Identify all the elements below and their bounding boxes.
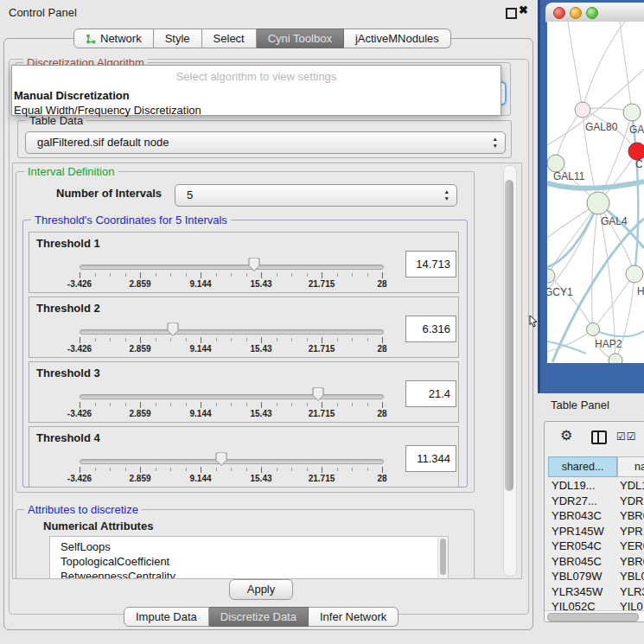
table-row[interactable]: YBL079WYBL0 bbox=[547, 570, 644, 585]
slider-tick bbox=[201, 337, 201, 343]
column-header-name[interactable]: na bbox=[617, 456, 644, 477]
network-node-hap2[interactable] bbox=[587, 323, 600, 336]
threshold-label: Threshold 1 bbox=[36, 237, 100, 250]
slider-tick-label: 15.43 bbox=[237, 409, 285, 418]
network-canvas[interactable]: GAL80GACGAL11GAL4GCY1HHAP2 bbox=[547, 22, 644, 363]
zoom-traffic-light-icon[interactable] bbox=[586, 7, 598, 19]
slider-tick bbox=[231, 403, 232, 406]
close-icon[interactable]: ✖ bbox=[519, 3, 528, 16]
number-of-intervals-combo[interactable]: 5 ▲▼ bbox=[175, 184, 457, 207]
network-node-gal4[interactable] bbox=[587, 192, 609, 214]
table-row[interactable]: YBR043CYBR0 bbox=[547, 509, 644, 525]
close-traffic-light-icon[interactable] bbox=[553, 7, 565, 19]
checkbox-icons[interactable]: ☑☑ bbox=[616, 430, 637, 443]
network-node[interactable] bbox=[609, 354, 622, 363]
slider-tick-label: 28 bbox=[358, 279, 406, 289]
network-graph: GAL80GACGAL11GAL4GCY1HHAP2 bbox=[547, 22, 644, 363]
slider-thumb[interactable] bbox=[167, 322, 179, 337]
slider-tick bbox=[186, 338, 187, 341]
slider-tick-label: 28 bbox=[358, 474, 406, 483]
tab-impute-data[interactable]: Impute Data bbox=[124, 607, 209, 627]
table-hscrollbar-thumb[interactable] bbox=[547, 613, 639, 622]
slider-track[interactable] bbox=[80, 459, 384, 464]
settings-scrollbar[interactable] bbox=[503, 165, 517, 577]
slider-tick bbox=[261, 272, 262, 278]
top-tab-bar: NetworkStyleSelectCyni ToolboxjActiveMNo… bbox=[73, 29, 451, 48]
network-window-titlebar bbox=[545, 3, 644, 22]
tab-label: Infer Network bbox=[320, 608, 386, 626]
tab-discretize-data[interactable]: Discretize Data bbox=[209, 607, 309, 627]
column-header-shared-name[interactable]: shared... bbox=[548, 456, 617, 477]
slider-tick bbox=[156, 338, 156, 341]
table-panel: ⚙ ☑☑ shared... na YDL19...YDL1YDR27...YD… bbox=[544, 421, 644, 622]
slider-tick-label: 21.715 bbox=[297, 409, 346, 418]
slider-thumb[interactable] bbox=[248, 258, 260, 272]
tab-infer-network[interactable]: Infer Network bbox=[309, 607, 399, 627]
table-row[interactable]: YIL052CYIL0 bbox=[547, 600, 644, 610]
slider-tick-label: 15.43 bbox=[237, 474, 285, 483]
attribute-list-item[interactable]: BetweennessCentrality bbox=[50, 569, 448, 579]
table-row[interactable]: YDL19...YDL1 bbox=[547, 479, 644, 494]
attribute-list-item[interactable]: SelfLoops bbox=[50, 539, 448, 554]
apply-button[interactable]: Apply bbox=[229, 579, 293, 600]
slider-tick bbox=[352, 468, 353, 471]
slider-tick bbox=[95, 273, 96, 277]
slider-tick bbox=[170, 273, 171, 277]
attributes-group: Attributes to discretize Numerical Attri… bbox=[16, 509, 475, 579]
table-cell-name: YIL0 bbox=[620, 600, 643, 610]
network-node-gal11[interactable] bbox=[547, 155, 564, 172]
stepper-icon[interactable]: ▲▼ bbox=[444, 188, 450, 202]
slider-tick-label: 2.859 bbox=[116, 409, 164, 418]
table-data-combo[interactable]: galFiltered.sif default node ▲▼ bbox=[25, 131, 506, 154]
tab-jactivemnodules[interactable]: jActiveMNodules bbox=[344, 29, 451, 48]
float-window-icon[interactable] bbox=[506, 8, 517, 19]
threshold-value-field[interactable]: 21.4 bbox=[405, 380, 456, 407]
algorithm-option-manual-discretization[interactable]: Manual Discretization bbox=[12, 89, 501, 102]
stepper-icon[interactable]: ▲▼ bbox=[493, 136, 498, 150]
slider-thumb[interactable] bbox=[312, 387, 324, 402]
network-node-gal80[interactable] bbox=[575, 102, 590, 118]
table-row[interactable]: YBR045CYBR0 bbox=[547, 555, 644, 571]
slider-tick-label: -3.426 bbox=[55, 474, 104, 483]
tab-cyni-toolbox[interactable]: Cyni Toolbox bbox=[257, 29, 344, 48]
network-node-ga[interactable] bbox=[623, 104, 641, 121]
network-node-c[interactable] bbox=[628, 143, 644, 160]
table-row[interactable]: YER054CYER0 bbox=[547, 539, 644, 555]
attribute-list-item[interactable]: TopologicalCoefficient bbox=[50, 554, 448, 569]
algorithm-placeholder: Select algorithm to view settings bbox=[12, 66, 501, 83]
numerical-attributes-list[interactable]: SelfLoopsTopologicalCoefficientBetweenne… bbox=[49, 536, 449, 579]
threshold-value-field[interactable]: 11.344 bbox=[405, 445, 456, 472]
slider-tick-label: 21.715 bbox=[297, 344, 346, 354]
table-row[interactable]: YLR345WYLR3 bbox=[547, 585, 644, 601]
algorithm-option-equal-width-frequency-discretization[interactable]: Equal Width/Frequency Discretization bbox=[12, 104, 501, 117]
slider-tick bbox=[322, 402, 322, 408]
tab-network[interactable]: Network bbox=[73, 29, 154, 48]
list-scrollbar-thumb[interactable] bbox=[440, 539, 446, 575]
threshold-value-field[interactable]: 6.316 bbox=[405, 316, 456, 342]
table-hscrollbar[interactable] bbox=[545, 610, 644, 622]
threshold-panel: Threshold 2-3.4262.8599.14415.4321.71528… bbox=[29, 296, 459, 358]
list-scrollbar[interactable] bbox=[437, 537, 448, 579]
slider-tick bbox=[140, 337, 141, 343]
slider-track[interactable] bbox=[80, 265, 384, 270]
slider-tick bbox=[337, 273, 338, 277]
slider-thumb[interactable] bbox=[215, 452, 227, 467]
slider-tick bbox=[291, 468, 292, 471]
slider-tick bbox=[337, 338, 338, 341]
table-cell-shared-name: YDR27... bbox=[552, 494, 597, 507]
table-row[interactable]: YDR27...YDR2 bbox=[547, 494, 644, 510]
node-label: GA bbox=[629, 124, 644, 136]
table-row[interactable]: YPR145WYPR1 bbox=[547, 525, 644, 540]
threshold-value-field[interactable]: 14.713 bbox=[405, 251, 456, 277]
tab-select[interactable]: Select bbox=[202, 29, 257, 48]
tab-style[interactable]: Style bbox=[154, 29, 202, 48]
minimize-traffic-light-icon[interactable] bbox=[570, 7, 582, 19]
slider-track[interactable] bbox=[80, 329, 384, 335]
settings-scrollbar-thumb[interactable] bbox=[505, 180, 513, 491]
settings-scroll-viewport: Interval Definition Number of Intervals … bbox=[12, 163, 522, 579]
slider-tick bbox=[216, 338, 217, 341]
gear-icon[interactable]: ⚙ bbox=[560, 427, 572, 443]
slider-track[interactable] bbox=[80, 394, 384, 399]
network-node-h[interactable] bbox=[626, 265, 643, 283]
columns-icon[interactable] bbox=[591, 430, 607, 444]
